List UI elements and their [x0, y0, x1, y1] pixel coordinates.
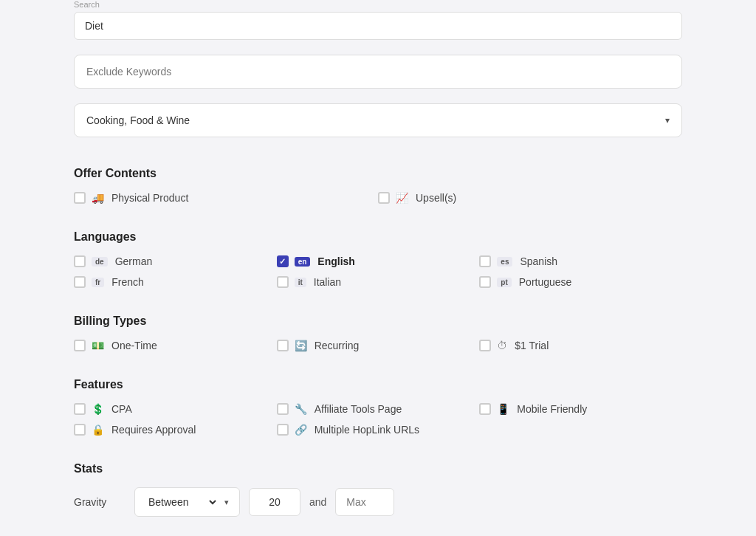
spanish-label: Spanish: [520, 255, 557, 267]
feature-multiple-hoplinks[interactable]: 🔗 Multiple HopLink URLs: [277, 424, 480, 436]
pt-checkbox[interactable]: [479, 276, 491, 288]
search-label: Search: [74, 0, 682, 9]
language-de[interactable]: de German: [74, 255, 277, 267]
stats-header: Stats: [74, 462, 682, 475]
dollar-icon: 💵: [92, 340, 104, 351]
multiple-hoplinks-checkbox[interactable]: [277, 424, 289, 436]
chevron-down-icon: ▾: [665, 115, 670, 126]
it-checkbox[interactable]: [277, 276, 289, 288]
english-label: English: [317, 255, 355, 267]
features-header: Features: [74, 378, 682, 391]
tools-icon: 🔧: [295, 403, 307, 415]
trial-icon: ⏱: [497, 340, 507, 351]
fr-checkbox[interactable]: [74, 276, 86, 288]
requires-approval-checkbox[interactable]: [74, 424, 86, 436]
language-fr[interactable]: fr French: [74, 276, 277, 288]
cpa-icon: 💲: [92, 403, 104, 415]
truck-icon: 🚚: [92, 192, 104, 204]
requires-approval-label: Requires Approval: [111, 424, 196, 436]
recurring-icon: 🔄: [295, 340, 307, 351]
trial-label: $1 Trial: [515, 340, 549, 351]
language-pt[interactable]: pt Portuguese: [479, 276, 682, 288]
offer-upsells[interactable]: 📈 Upsell(s): [378, 192, 682, 204]
it-badge: it: [295, 278, 306, 287]
italian-label: Italian: [314, 276, 341, 288]
physical-product-label: Physical Product: [111, 192, 188, 204]
link-icon: 🔗: [295, 424, 307, 436]
de-checkbox[interactable]: [74, 255, 86, 267]
one-time-checkbox[interactable]: [74, 340, 86, 351]
language-en[interactable]: en English: [277, 255, 480, 267]
feature-requires-approval[interactable]: 🔒 Requires Approval: [74, 424, 277, 436]
language-es[interactable]: es Spanish: [479, 255, 682, 267]
billing-recurring[interactable]: 🔄 Recurring: [277, 340, 480, 351]
gravity-max-input[interactable]: [335, 488, 394, 516]
languages-header: Languages: [74, 230, 682, 244]
trial-checkbox[interactable]: [479, 340, 491, 351]
physical-product-checkbox[interactable]: [74, 192, 86, 204]
recurring-label: Recurring: [315, 340, 360, 351]
category-value: Cooking, Food & Wine: [86, 114, 190, 126]
multiple-hoplinks-label: Multiple HopLink URLs: [315, 424, 419, 436]
upsells-label: Upsell(s): [416, 192, 456, 204]
chevron-down-icon: ▾: [224, 498, 229, 507]
de-badge: de: [92, 257, 108, 267]
cpa-checkbox[interactable]: [74, 403, 86, 415]
offer-physical-product[interactable]: 🚚 Physical Product: [74, 192, 378, 204]
feature-mobile-friendly[interactable]: 📱 Mobile Friendly: [479, 403, 682, 415]
language-it[interactable]: it Italian: [277, 276, 480, 288]
affiliate-tools-checkbox[interactable]: [277, 403, 289, 415]
billing-one-time[interactable]: 💵 One-Time: [74, 340, 277, 351]
mobile-friendly-checkbox[interactable]: [479, 403, 491, 415]
cpa-label: CPA: [111, 403, 132, 415]
and-label: and: [309, 496, 326, 508]
en-badge: en: [295, 257, 311, 267]
affiliate-tools-label: Affiliate Tools Page: [315, 403, 402, 415]
category-dropdown[interactable]: Cooking, Food & Wine ▾: [74, 103, 682, 137]
upsell-icon: 📈: [396, 192, 408, 204]
one-time-label: One-Time: [111, 340, 157, 351]
billing-types-header: Billing Types: [74, 315, 682, 328]
gravity-min-input[interactable]: [249, 488, 300, 516]
french-label: French: [111, 276, 144, 288]
gravity-label: Gravity: [74, 496, 126, 508]
es-badge: es: [497, 257, 512, 267]
feature-affiliate-tools[interactable]: 🔧 Affiliate Tools Page: [277, 403, 480, 415]
fr-badge: fr: [92, 278, 104, 287]
lock-icon: 🔒: [92, 424, 104, 436]
mobile-friendly-label: Mobile Friendly: [517, 403, 587, 415]
upsells-checkbox[interactable]: [378, 192, 390, 204]
billing-trial[interactable]: ⏱ $1 Trial: [479, 340, 682, 351]
en-checkbox[interactable]: [277, 255, 289, 267]
exclude-keywords-input[interactable]: [74, 55, 682, 89]
mobile-icon: 📱: [497, 403, 509, 415]
gravity-filter-select[interactable]: Between Greater than Less than: [145, 495, 219, 509]
german-label: German: [115, 255, 153, 267]
portuguese-label: Portuguese: [519, 276, 572, 288]
feature-cpa[interactable]: 💲 CPA: [74, 403, 277, 415]
offer-contents-header: Offer Contents: [74, 167, 682, 180]
pt-badge: pt: [497, 278, 511, 287]
es-checkbox[interactable]: [479, 255, 491, 267]
search-input[interactable]: [74, 12, 682, 40]
recurring-checkbox[interactable]: [277, 340, 289, 351]
gravity-filter-dropdown[interactable]: Between Greater than Less than ▾: [134, 487, 240, 517]
